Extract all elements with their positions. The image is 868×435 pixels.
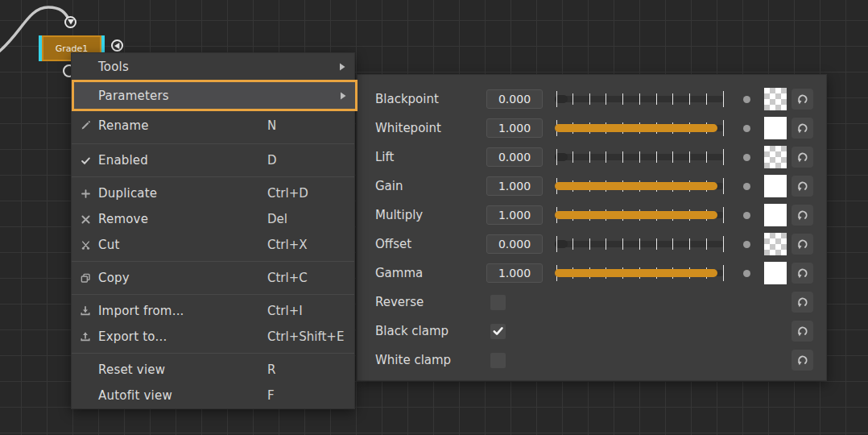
parameter-value-field[interactable]: 0.000: [486, 234, 543, 254]
parameter-value-field[interactable]: 0.000: [486, 89, 543, 109]
menu-item-label: Parameters: [98, 89, 169, 103]
parameter-label: Multiply: [375, 208, 486, 222]
node-input-connector-icon[interactable]: [64, 16, 76, 28]
keyframe-dot-icon: [743, 96, 750, 103]
menu-item-duplicate[interactable]: DuplicateCtrl+D: [72, 180, 354, 206]
checkbox-column: [486, 353, 543, 368]
menu-item-label: Export to...: [98, 329, 167, 344]
parameter-row: White clamp: [375, 346, 813, 375]
revert-parameter-button[interactable]: [792, 263, 813, 284]
parameter-slider[interactable]: [555, 235, 724, 253]
revert-parameter-button[interactable]: [792, 118, 813, 139]
parameter-checkbox[interactable]: [490, 295, 506, 310]
revert-parameter-button[interactable]: [792, 350, 813, 371]
parameter-row: Multiply1.000: [375, 201, 813, 230]
check-icon: [79, 154, 92, 167]
revert-parameter-button[interactable]: [792, 321, 813, 342]
parameter-row: Gamma1.000: [375, 259, 813, 288]
revert-parameter-button[interactable]: [792, 176, 813, 197]
parameter-slider[interactable]: [555, 206, 724, 224]
menu-item-shortcut: Ctrl+I: [267, 304, 303, 318]
keyframe-dot-icon: [743, 125, 750, 132]
parameter-slider[interactable]: [555, 90, 724, 108]
menu-item-label: Duplicate: [98, 186, 157, 201]
menu-item-shortcut: Ctrl+C: [267, 271, 308, 285]
menu-separator: [72, 143, 354, 144]
menu-item-label: Tools: [98, 60, 129, 74]
menu-item-reset-view[interactable]: Reset viewR: [72, 357, 354, 383]
plus-icon: [79, 187, 92, 200]
menu-item-export-to[interactable]: Export to...Ctrl+Shift+E: [72, 324, 354, 350]
revert-parameter-button[interactable]: [792, 292, 813, 313]
parameters-submenu-panel: Blackpoint0.000Whitepoint1.000Lift0.000G…: [357, 74, 827, 381]
parameter-label: White clamp: [375, 353, 486, 367]
menu-item-shortcut: R: [267, 362, 275, 377]
parameter-row: Blackpoint0.000: [375, 85, 813, 114]
color-swatch[interactable]: [764, 262, 787, 284]
parameter-label: Reverse: [375, 295, 486, 309]
menu-item-label: Autofit view: [98, 388, 172, 403]
parameter-value-field[interactable]: 1.000: [486, 176, 543, 196]
menu-item-enabled[interactable]: EnabledD: [72, 147, 354, 173]
parameter-value-field[interactable]: 1.000: [486, 205, 543, 225]
parameter-slider[interactable]: [555, 264, 724, 282]
color-swatch[interactable]: [764, 117, 787, 139]
color-swatch[interactable]: [764, 146, 787, 168]
menu-item-import-from[interactable]: Import from...Ctrl+I: [72, 298, 354, 324]
parameter-slider[interactable]: [555, 177, 724, 195]
menu-separator: [72, 294, 354, 295]
node-side-connector-icon[interactable]: [111, 39, 123, 52]
menu-item-rename[interactable]: RenameN: [72, 111, 354, 140]
parameter-slider[interactable]: [555, 119, 724, 137]
menu-item-label: Import from...: [98, 304, 184, 318]
parameter-row: Black clamp: [375, 317, 813, 346]
color-swatch[interactable]: [764, 204, 787, 226]
export-icon: [79, 330, 92, 343]
revert-parameter-button[interactable]: [792, 205, 813, 226]
menu-item-parameters[interactable]: Parameters: [72, 80, 358, 111]
menu-item-tools[interactable]: Tools: [72, 53, 354, 80]
parameter-label: Whitepoint: [375, 121, 486, 135]
color-swatch[interactable]: [764, 175, 787, 197]
menu-item-autofit-view[interactable]: Autofit viewF: [72, 383, 354, 408]
menu-item-shortcut: Ctrl+Shift+E: [267, 329, 344, 344]
menu-item-shortcut: N: [267, 118, 276, 133]
parameter-label: Gain: [375, 179, 486, 193]
revert-parameter-button[interactable]: [792, 147, 813, 168]
pencil-icon: [79, 119, 92, 132]
parameter-value-field[interactable]: 0.000: [486, 147, 543, 167]
menu-item-label: Cut: [98, 238, 119, 252]
checkbox-column: [486, 295, 543, 310]
color-swatch[interactable]: [764, 88, 787, 110]
menu-item-shortcut: D: [267, 153, 277, 168]
parameter-row: Gain1.000: [375, 172, 813, 201]
menu-item-shortcut: Del: [267, 212, 287, 226]
menu-item-label: Rename: [98, 118, 149, 133]
import-icon: [79, 304, 92, 317]
submenu-arrow-icon: [338, 62, 347, 71]
parameter-value-field[interactable]: 1.000: [486, 118, 543, 138]
keyframe-dot-icon: [743, 183, 750, 190]
color-swatch[interactable]: [764, 233, 787, 255]
parameter-label: Blackpoint: [375, 92, 486, 106]
node-graph-canvas[interactable]: Grade1 ToolsParametersRenameNEnabledDDup…: [0, 0, 868, 435]
menu-item-cut[interactable]: CutCtrl+X: [72, 232, 354, 258]
menu-item-shortcut: F: [267, 388, 275, 403]
parameter-row: Offset0.000: [375, 230, 813, 259]
menu-item-shortcut: Ctrl+D: [267, 186, 308, 201]
revert-parameter-button[interactable]: [792, 89, 813, 110]
keyframe-dot-icon: [743, 212, 750, 219]
parameter-label: Offset: [375, 237, 486, 251]
parameter-checkbox[interactable]: [490, 353, 506, 368]
parameter-label: Gamma: [375, 266, 486, 280]
menu-item-label: Copy: [98, 271, 130, 285]
parameter-checkbox[interactable]: [490, 324, 506, 339]
parameter-value-field[interactable]: 1.000: [486, 263, 543, 283]
menu-item-label: Enabled: [98, 153, 148, 168]
menu-item-copy[interactable]: CopyCtrl+C: [72, 265, 354, 291]
parameter-slider[interactable]: [555, 148, 724, 166]
parameter-label: Black clamp: [375, 324, 486, 338]
revert-parameter-button[interactable]: [792, 234, 813, 255]
menu-item-remove[interactable]: RemoveDel: [72, 206, 354, 232]
parameter-label: Lift: [375, 150, 486, 164]
